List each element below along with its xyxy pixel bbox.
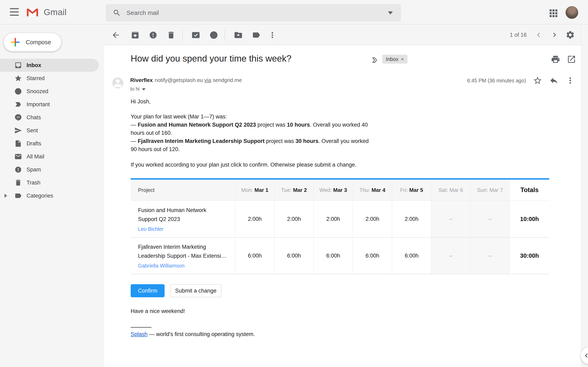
settings-gear-icon[interactable]: [566, 30, 575, 39]
hours-cell: 2:00h: [392, 201, 431, 237]
label-important-icon: [14, 100, 22, 108]
inbox-icon: [14, 61, 22, 69]
print-icon[interactable]: [551, 55, 560, 64]
hours-cell: –: [431, 237, 470, 274]
spam-octagon-icon: [14, 166, 22, 174]
sidebar-item-all-mail[interactable]: All Mail: [0, 150, 99, 163]
newer-email-icon[interactable]: [534, 30, 543, 39]
sidebar-item-label: Spam: [26, 167, 41, 173]
google-apps-icon[interactable]: [550, 9, 557, 17]
splash-link[interactable]: Splash: [131, 331, 148, 337]
labels-icon[interactable]: [252, 31, 261, 40]
email-meta-row: 6:45 PM (36 minutes ago): [467, 76, 575, 85]
important-marker-icon[interactable]: [371, 55, 380, 65]
sidebar-item-chats[interactable]: Chats: [0, 111, 99, 124]
sidebar-item-drafts[interactable]: Drafts: [0, 137, 99, 150]
older-email-icon[interactable]: [550, 30, 559, 39]
email-subject: How did you spend your time this week?: [131, 53, 292, 64]
sidebar-item-inbox[interactable]: Inbox: [0, 59, 99, 72]
submit-change-button[interactable]: Submit a change: [170, 284, 221, 297]
user-avatar[interactable]: [566, 6, 578, 19]
col-tue: Tue: Mar 2: [274, 179, 314, 201]
remove-label-icon[interactable]: ×: [401, 56, 404, 62]
open-in-new-icon[interactable]: [567, 55, 576, 64]
email-timestamp: 6:45 PM (36 minutes ago): [467, 78, 526, 83]
reply-icon[interactable]: [549, 76, 559, 85]
search-bar[interactable]: [106, 4, 401, 22]
project-owner-link[interactable]: Gabriella Williamson: [138, 263, 185, 269]
more-options-icon[interactable]: [566, 76, 575, 85]
search-options-caret-icon[interactable]: [388, 11, 393, 15]
recipient-line[interactable]: to hi: [130, 86, 146, 92]
envelope-icon: [14, 153, 22, 160]
send-icon: [14, 127, 22, 134]
draft-file-icon: [14, 140, 22, 147]
plan-item: — Fusion and Human Network Support Q2 20…: [131, 122, 368, 136]
timesheet-header-row: Project Mon: Mar 1 Tue: Mar 2 Wed: Mar 3…: [131, 179, 549, 201]
project-owner-link[interactable]: Leo Bichler: [138, 226, 164, 232]
confirm-button[interactable]: Confirm: [131, 284, 164, 297]
sidebar-item-categories[interactable]: Categories: [0, 189, 99, 202]
sidebar-item-label: Chats: [26, 114, 41, 121]
sidebar-item-label: Important: [26, 101, 50, 108]
body-closing: Have a nice weekend!: [131, 307, 185, 315]
sender-address: notify@getsplash.eu: [155, 77, 203, 83]
chat-bubble-icon: [14, 114, 22, 121]
sidebar: Compose Inbox Starred Snoozed Important …: [0, 25, 104, 367]
details-caret-icon[interactable]: [142, 88, 146, 91]
pagination-count: 1 of 16: [510, 25, 527, 45]
sidebar-item-starred[interactable]: Starred: [0, 72, 99, 85]
compose-plus-icon: [11, 38, 20, 47]
chevron-left-icon: [582, 351, 588, 360]
sidebar-item-important[interactable]: Important: [0, 98, 99, 111]
top-bar: Gmail: [0, 0, 588, 25]
mark-as-read-icon[interactable]: [191, 31, 200, 40]
timesheet-table: Project Mon: Mar 1 Tue: Mar 2 Wed: Mar 3…: [131, 178, 549, 274]
sidebar-item-label: Drafts: [26, 141, 41, 147]
hours-cell: 2:00h: [353, 201, 392, 237]
sidebar-item-trash[interactable]: Trash: [0, 176, 99, 189]
project-cell: Fusion and Human Network Support Q2 2023…: [131, 201, 235, 237]
recipient-text: to hi: [130, 86, 139, 92]
hours-cell: 6:00h: [235, 237, 274, 274]
more-options-icon[interactable]: [268, 31, 277, 40]
sidebar-item-snoozed[interactable]: Snoozed: [0, 85, 99, 98]
signature-divider: [131, 327, 151, 328]
star-icon: [14, 75, 22, 82]
sidebar-item-label: Sent: [26, 127, 38, 134]
report-spam-icon[interactable]: [149, 31, 158, 40]
sidebar-item-spam[interactable]: Spam: [0, 163, 99, 176]
back-arrow-icon[interactable]: [111, 31, 120, 40]
toolbar-divider: [182, 29, 183, 41]
total-cell: 10:00h: [510, 201, 549, 237]
hours-cell: 6:00h: [392, 237, 431, 274]
col-sat: Sat: Mar 6: [431, 179, 470, 201]
search-input[interactable]: [126, 9, 388, 17]
timesheet-row: Fusion and Human Network Support Q2 2023…: [131, 201, 549, 237]
snooze-icon[interactable]: [209, 31, 218, 40]
sidebar-item-label: All Mail: [26, 154, 44, 160]
move-to-icon[interactable]: [234, 31, 243, 40]
sender-line: Riverflexnotify@getsplash.eu via sendgri…: [130, 77, 242, 83]
main-menu-icon[interactable]: [10, 8, 19, 16]
plan-intro: Your plan for last week (Mar 1—7) was:: [131, 114, 227, 120]
inbox-label-chip[interactable]: Inbox ×: [382, 55, 407, 64]
project-cell: Fjallraven Interim Marketing Leadership …: [131, 237, 235, 274]
gmail-logo-icon: [26, 7, 39, 17]
col-sun: Sun: Mar 7: [470, 179, 510, 201]
hours-cell: 6:00h: [274, 237, 314, 274]
col-project: Project: [131, 179, 235, 201]
archive-icon[interactable]: [131, 31, 140, 40]
delete-icon[interactable]: [167, 31, 176, 40]
compose-button[interactable]: Compose: [4, 33, 61, 51]
body-cta: If you worked according to your plan jus…: [131, 161, 356, 169]
total-cell: 30:00h: [510, 237, 549, 274]
search-icon[interactable]: [113, 9, 121, 17]
expand-caret-icon[interactable]: [4, 194, 7, 198]
body-greeting: Hi Josh,: [131, 98, 151, 106]
sidebar-item-sent[interactable]: Sent: [0, 124, 99, 137]
hours-cell: –: [431, 201, 470, 237]
sender-avatar[interactable]: [112, 77, 123, 89]
star-outline-icon[interactable]: [533, 76, 542, 85]
via-label: via: [204, 77, 211, 83]
